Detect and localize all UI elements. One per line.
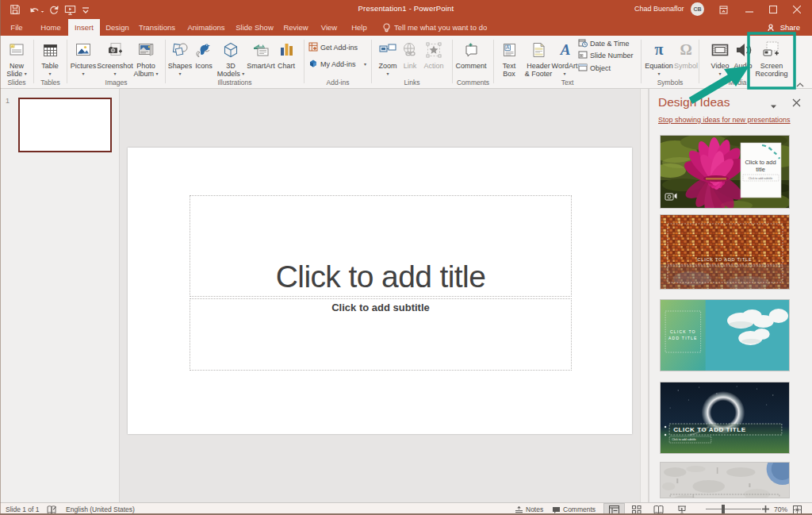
date-time-icon — [578, 38, 588, 48]
notes-button[interactable]: Notes — [526, 505, 543, 513]
lightbulb-icon — [382, 22, 391, 33]
tab-insert[interactable]: Insert — [68, 19, 100, 36]
tab-review[interactable]: Review — [282, 19, 310, 36]
title-bar: Presentation1 - PowerPoint Chad Buenaflo… — [0, 0, 812, 19]
design-idea-thumbnail-mosaic[interactable]: CLICK TO ADD TITLE — [661, 215, 789, 289]
dropdown-arrow-icon: ▾ — [113, 71, 116, 76]
slide-indicator[interactable]: Slide 1 of 1 — [6, 505, 40, 513]
symbol-omega-icon: Ω — [671, 40, 701, 60]
action-icon — [419, 40, 448, 60]
ribbon-display-options-button[interactable] — [711, 0, 735, 19]
design-idea-thumbnail-lily[interactable]: Click to add title Click to add subtitle — [661, 136, 789, 208]
my-add-ins-icon — [308, 59, 318, 68]
tab-home[interactable]: Home — [36, 19, 65, 36]
link-icon — [398, 40, 422, 60]
svg-text:Click to add subtitle: Click to add subtitle — [672, 439, 696, 442]
stop-showing-ideas-link[interactable]: Stop showing ideas for new presentations — [658, 116, 791, 124]
dropdown-arrow-icon: ▾ — [178, 71, 181, 76]
design-idea-thumbnail-grunge[interactable] — [661, 463, 789, 498]
subtitle-placeholder[interactable]: Click to add subtitle — [190, 298, 572, 371]
get-add-ins-icon — [308, 42, 318, 52]
svg-text:Ω: Ω — [680, 41, 691, 58]
dropdown-arrow-icon: ▾ — [48, 71, 51, 76]
chart-icon — [273, 40, 300, 60]
ribbon-button-my-add-ins[interactable]: My Add-ins ▾ — [308, 59, 366, 70]
slide-thumbnail-number: 1 — [6, 97, 10, 105]
tab-file[interactable]: File — [5, 19, 29, 36]
svg-text:CLICK TO: CLICK TO — [670, 329, 696, 334]
slide-thumbnail[interactable] — [18, 98, 112, 152]
vertical-scrollbar[interactable] — [640, 89, 649, 502]
object-icon — [578, 63, 588, 72]
dropdown-arrow-icon: ▾ — [718, 71, 721, 76]
svg-text:CLICK TO ADD TITLE: CLICK TO ADD TITLE — [673, 426, 746, 433]
zoom-slider-thumb[interactable] — [722, 505, 725, 513]
photo-album-icon — [128, 40, 163, 60]
svg-text:CLICK TO ADD TITLE: CLICK TO ADD TITLE — [698, 257, 753, 262]
comment-icon — [452, 40, 490, 60]
powerpoint-window: Presentation1 - PowerPoint Chad Buenaflo… — [0, 0, 812, 515]
window-left-border — [0, 0, 1, 515]
dropdown-arrow-icon: ▾ — [25, 71, 27, 76]
group-label-images: Images — [67, 79, 165, 86]
design-idea-thumbnail-ring[interactable]: CLICK TO ADD TITLE Click to add subtitle — [661, 382, 789, 453]
group-label-links: Links — [372, 79, 452, 86]
comments-button[interactable]: Comments — [563, 505, 596, 513]
avatar[interactable]: CB — [691, 2, 704, 16]
ribbon-button-object[interactable]: Object — [578, 63, 611, 74]
dropdown-arrow-icon: ▾ — [563, 71, 565, 76]
title-placeholder[interactable]: Click to add title — [190, 195, 572, 297]
user-name[interactable]: Chad Buenaflor — [634, 5, 684, 13]
ribbon-tab-row: File Home Insert Design Transitions Anim… — [0, 19, 812, 36]
zoom-level[interactable]: 70% — [774, 505, 787, 513]
design-ideas-menu-icon[interactable] — [770, 98, 778, 105]
table-icon — [35, 40, 65, 60]
ribbon-button-get-add-ins[interactable]: Get Add-ins — [308, 42, 358, 53]
group-label-illustrations: Illustrations — [166, 79, 304, 86]
zoom-link-icon — [374, 40, 401, 60]
tab-animations[interactable]: Animations — [185, 19, 228, 36]
group-label-add-ins: Add-ins — [304, 79, 371, 86]
maximize-button[interactable] — [761, 0, 785, 19]
slide-number-icon — [578, 50, 588, 60]
group-label-comments: Comments — [453, 79, 493, 86]
svg-text:A: A — [560, 41, 571, 58]
screen-recording-icon — [750, 40, 793, 60]
group-label-tables: Tables — [34, 79, 67, 86]
ribbon-button-date-time[interactable]: Date & Time — [578, 38, 630, 49]
tell-me-box[interactable]: Tell me what you want to do — [394, 19, 487, 36]
minimize-button[interactable] — [737, 0, 761, 19]
tab-slide-show[interactable]: Slide Show — [235, 19, 274, 36]
design-ideas-panel: Design Ideas Stop showing ideas for new … — [649, 89, 812, 502]
text-box-icon: A — [497, 40, 521, 60]
tab-transitions[interactable]: Transitions — [136, 19, 178, 36]
svg-text:Click to add: Click to add — [745, 159, 776, 166]
group-label-symbols: Symbols — [642, 79, 699, 86]
dropdown-arrow-icon: ▾ — [386, 71, 389, 76]
design-ideas-title: Design Ideas — [658, 95, 730, 110]
design-idea-thumbnail-clouds[interactable]: CLICK TO ADD TITLE — [661, 300, 789, 371]
close-button[interactable] — [785, 0, 809, 19]
dropdown-arrow-icon: ▾ — [657, 71, 660, 76]
group-label-text: Text — [494, 79, 641, 86]
svg-text:A: A — [506, 44, 510, 50]
svg-text:π: π — [655, 41, 664, 58]
tab-design[interactable]: Design — [103, 19, 132, 36]
new-slide-icon — [2, 40, 32, 60]
group-label-slides: Slides — [0, 79, 33, 86]
share-button[interactable]: Share — [768, 19, 800, 36]
slide-canvas[interactable]: Click to add title Click to add subtitle — [128, 148, 632, 434]
language-indicator[interactable]: English (United States) — [66, 505, 135, 513]
share-person-icon — [768, 24, 776, 32]
svg-text:Click to add subtitle: Click to add subtitle — [749, 177, 772, 180]
dropdown-arrow-icon: ▾ — [364, 62, 366, 67]
design-ideas-close-icon[interactable] — [792, 96, 802, 106]
tab-help[interactable]: Help — [348, 19, 370, 36]
zoom-slider-track[interactable] — [706, 509, 761, 509]
svg-text:title: title — [756, 166, 765, 173]
ribbon-button-slide-number[interactable]: Slide Number — [578, 50, 634, 61]
svg-text:ADD TITLE: ADD TITLE — [668, 336, 698, 340]
group-label-media: Media — [699, 79, 776, 86]
tab-view[interactable]: View — [318, 19, 340, 36]
dropdown-arrow-icon: ▾ — [82, 71, 84, 76]
